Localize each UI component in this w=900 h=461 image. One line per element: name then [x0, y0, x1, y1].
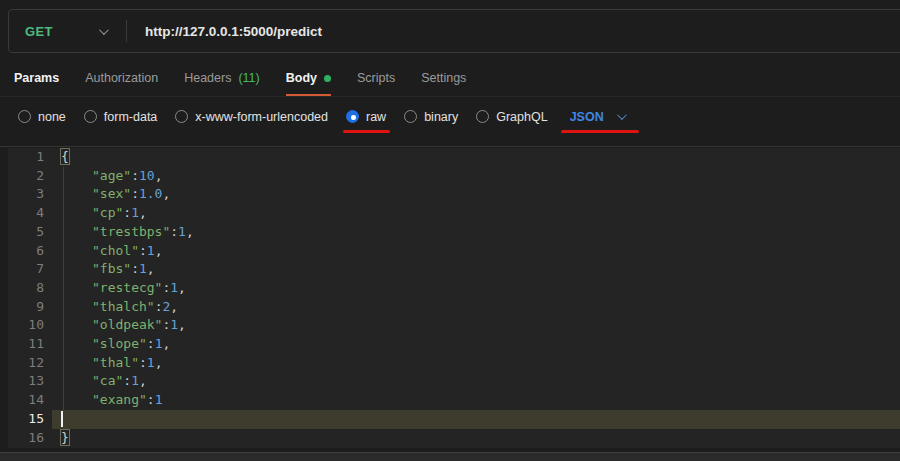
tab-label: Headers	[184, 71, 231, 85]
token-punct: ,	[155, 243, 163, 258]
token-punct: ,	[162, 186, 170, 201]
token-num: 1	[139, 261, 147, 276]
tab-authorization[interactable]: Authorization	[85, 61, 158, 96]
line-content[interactable]: "exang":1	[52, 391, 900, 410]
line-content[interactable]: "sex":1.0,	[52, 185, 900, 204]
token-num: 1	[147, 243, 155, 258]
code-line-13[interactable]: 13"ca":1,	[8, 372, 900, 391]
line-content[interactable]: {	[52, 148, 900, 167]
token-punct: :	[131, 186, 139, 201]
token-key: "restecg"	[92, 280, 162, 295]
line-number: 9	[8, 298, 44, 317]
body-type-row: none form-data x-www-form-urlencoded raw…	[0, 97, 900, 146]
line-number: 13	[8, 372, 44, 391]
code-line-3[interactable]: 3"sex":1.0,	[8, 185, 900, 204]
code-line-5[interactable]: 5"trestbps":1,	[8, 223, 900, 242]
tab-label: Authorization	[85, 71, 158, 85]
line-content[interactable]: "ca":1,	[52, 372, 900, 391]
code-line-15[interactable]: 15	[8, 410, 900, 429]
method-select[interactable]: GET	[9, 10, 126, 52]
radio-icon	[476, 110, 489, 123]
line-content[interactable]: "trestbps":1,	[52, 223, 900, 242]
token-key: "trestbps"	[92, 224, 170, 239]
code-line-8[interactable]: 8"restecg":1,	[8, 279, 900, 298]
token-punct: ,	[155, 355, 163, 370]
line-content[interactable]: "restecg":1,	[52, 279, 900, 298]
tab-params[interactable]: Params	[14, 61, 59, 96]
line-number: 15	[8, 410, 44, 429]
token-num: 1	[147, 355, 155, 370]
line-number: 8	[8, 279, 44, 298]
token-key: "slope"	[92, 336, 147, 351]
token-punct: :	[123, 373, 131, 388]
token-punct: ,	[147, 261, 155, 276]
editor-surface[interactable]: 1{2"age":10,3"sex":1.0,4"cp":1,5"trestbp…	[8, 148, 900, 448]
radio-label: binary	[424, 110, 458, 124]
radio-icon	[404, 110, 417, 123]
line-content[interactable]: "thalch":2,	[52, 298, 900, 317]
token-punct: ,	[139, 373, 147, 388]
token-key: "age"	[92, 168, 131, 183]
token-num: 1	[131, 373, 139, 388]
line-content[interactable]: "age":10,	[52, 167, 900, 186]
tab-body[interactable]: Body	[286, 61, 331, 96]
token-num: 1	[170, 317, 178, 332]
radio-form-data[interactable]: form-data	[84, 110, 158, 124]
language-label: JSON	[570, 110, 604, 124]
tab-label: Body	[286, 71, 317, 85]
radio-label: x-www-form-urlencoded	[195, 110, 328, 124]
tab-settings[interactable]: Settings	[421, 61, 466, 96]
radio-x-www-form-urlencoded[interactable]: x-www-form-urlencoded	[175, 110, 328, 124]
code-line-12[interactable]: 12"thal":1,	[8, 354, 900, 373]
url-input[interactable]	[127, 10, 900, 52]
line-content[interactable]	[52, 410, 900, 429]
line-content[interactable]: "cp":1,	[52, 204, 900, 223]
code-line-2[interactable]: 2"age":10,	[8, 167, 900, 186]
code-line-7[interactable]: 7"fbs":1,	[8, 260, 900, 279]
tab-label: Settings	[421, 71, 466, 85]
token-key: "oldpeak"	[92, 317, 162, 332]
radio-graphql[interactable]: GraphQL	[476, 110, 547, 124]
token-bracket: {	[61, 149, 69, 164]
radio-icon	[18, 110, 31, 123]
line-number: 3	[8, 185, 44, 204]
text-cursor	[61, 411, 63, 427]
language-select[interactable]: JSON	[570, 110, 624, 124]
code-line-14[interactable]: 14"exang":1	[8, 391, 900, 410]
code-line-6[interactable]: 6"chol":1,	[8, 242, 900, 261]
line-content[interactable]: "chol":1,	[52, 242, 900, 261]
token-punct: ,	[170, 299, 178, 314]
token-punct: :	[123, 205, 131, 220]
token-punct: :	[170, 224, 178, 239]
code-line-4[interactable]: 4"cp":1,	[8, 204, 900, 223]
radio-raw[interactable]: raw	[346, 110, 386, 124]
red-annotation-underline	[561, 130, 639, 133]
line-content[interactable]: "fbs":1,	[52, 260, 900, 279]
token-punct: :	[139, 355, 147, 370]
status-bar	[0, 452, 900, 461]
tab-headers[interactable]: Headers (11)	[184, 61, 260, 96]
line-number: 11	[8, 335, 44, 354]
tab-scripts[interactable]: Scripts	[357, 61, 395, 96]
line-content[interactable]: "oldpeak":1,	[52, 316, 900, 335]
tab-label: Params	[14, 71, 59, 85]
token-bracket: }	[61, 430, 69, 445]
radio-icon	[84, 110, 97, 123]
code-line-16[interactable]: 16}	[8, 429, 900, 448]
code-line-1[interactable]: 1{	[8, 148, 900, 167]
line-content[interactable]: }	[52, 429, 900, 448]
line-content[interactable]: "thal":1,	[52, 354, 900, 373]
line-content[interactable]: "slope":1,	[52, 335, 900, 354]
token-num: 1	[131, 205, 139, 220]
body-editor[interactable]: 1{2"age":10,3"sex":1.0,4"cp":1,5"trestbp…	[0, 146, 900, 448]
unsaved-changes-dot-icon	[324, 75, 331, 82]
code-line-10[interactable]: 10"oldpeak":1,	[8, 316, 900, 335]
code-line-11[interactable]: 11"slope":1,	[8, 335, 900, 354]
radio-binary[interactable]: binary	[404, 110, 458, 124]
radio-none[interactable]: none	[18, 110, 66, 124]
method-label: GET	[25, 24, 53, 39]
url-bar: GET	[8, 9, 900, 53]
code-line-9[interactable]: 9"thalch":2,	[8, 298, 900, 317]
token-num: 1	[170, 280, 178, 295]
token-key: "sex"	[92, 186, 131, 201]
